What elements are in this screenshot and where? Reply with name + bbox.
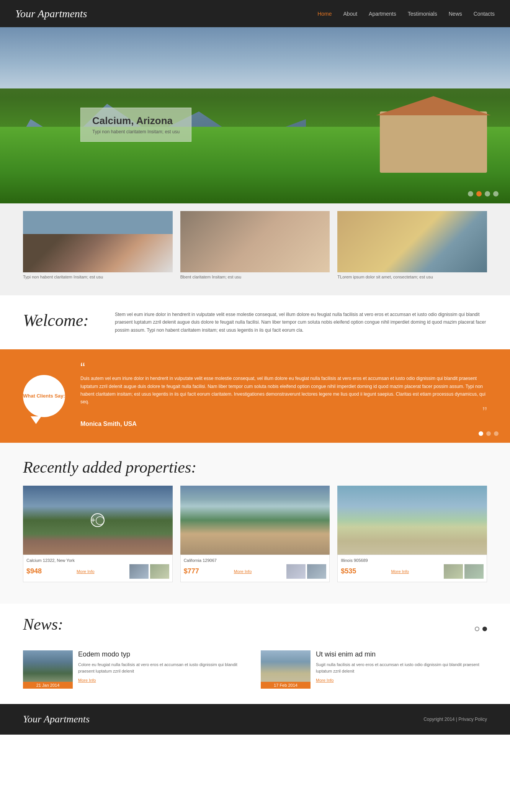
- news-body-2: Sugit nulla facilisis at vero eros et ac…: [316, 661, 487, 675]
- quote-open-icon: “: [80, 365, 487, 372]
- news-title: News:: [23, 615, 63, 634]
- hero-section: Calcium, Arizona Typi non habent clarita…: [0, 27, 510, 203]
- property-thumb-3a[interactable]: [444, 564, 463, 579]
- testimonial-dots: [479, 431, 499, 436]
- testimonial-section: What Clients Say: “ Duis autem vel eum i…: [0, 349, 510, 443]
- property-more-info-2[interactable]: More Info: [234, 569, 252, 574]
- hero-dot-4[interactable]: [493, 191, 499, 196]
- hero-dot-1[interactable]: [468, 191, 473, 196]
- news-content-2: Ut wisi enim ad min Sugit nulla facilisi…: [316, 650, 487, 689]
- clients-say-label: What Clients Say:: [23, 393, 65, 399]
- news-more-link-1[interactable]: More Info: [78, 678, 96, 683]
- news-body-1: Colore eu feugiat nulla facilisis at ver…: [78, 661, 249, 675]
- feature-block-2: Bbent claritatem Insitam; est usu: [180, 211, 330, 279]
- property-image-1[interactable]: +◯: [23, 486, 173, 555]
- property-thumbs-1: [129, 564, 169, 579]
- property-thumb-2a[interactable]: [286, 564, 306, 579]
- news-image-1: 21 Jan 2014: [23, 650, 73, 689]
- nav-link-apartments[interactable]: Apartments: [369, 11, 396, 17]
- hero-dot-2[interactable]: [476, 191, 482, 196]
- property-details-1: Calcium 12322, New York $948 More Info: [23, 555, 173, 582]
- feature-block-1: Typi non habent claritatem Insitam; est …: [23, 211, 173, 279]
- news-heading-1: Eodem modo typ: [78, 650, 249, 658]
- feature-image-keys: [337, 211, 487, 272]
- nav-link-testimonials[interactable]: Testimonials: [408, 11, 437, 17]
- properties-section: Recently added properties: +◯ Calcium 12…: [0, 443, 510, 604]
- news-dots: [475, 627, 487, 631]
- hero-subtitle: Typi non habent claritatem Insitam; est …: [92, 129, 180, 134]
- hero-overlay-box: Calcium, Arizona Typi non habent clarita…: [80, 108, 191, 142]
- news-header: News:: [23, 615, 487, 643]
- features-row: Typi non habent claritatem Insitam; est …: [0, 203, 510, 295]
- property-thumbs-2: [286, 564, 326, 579]
- testimonial-dot-1[interactable]: [479, 431, 483, 436]
- news-item-2: 17 Feb 2014 Ut wisi enim ad min Sugit nu…: [261, 650, 487, 689]
- property-name-3: Illinois 905689: [341, 558, 484, 563]
- news-dot-1[interactable]: [475, 627, 479, 631]
- quote-close-icon: ”: [80, 409, 487, 416]
- property-name-2: California 129067: [184, 558, 327, 563]
- news-image-2: 17 Feb 2014: [261, 650, 311, 689]
- clients-say-bubble: What Clients Say:: [23, 375, 65, 417]
- footer: Your Apartments Copyright 2014 | Privacy…: [0, 704, 510, 735]
- nav-links: Home About Apartments Testimonials News …: [317, 11, 495, 17]
- news-content-1: Eodem modo typ Colore eu feugiat nulla f…: [78, 650, 249, 689]
- property-thumb-1b[interactable]: [150, 564, 169, 579]
- nav-link-news[interactable]: News: [449, 11, 462, 17]
- property-bottom-row-2: $777 More Info: [184, 564, 327, 579]
- news-grid: 21 Jan 2014 Eodem modo typ Colore eu feu…: [23, 650, 487, 689]
- testimonial-body: Duis autem vel eum iriure dolor in hendr…: [80, 375, 487, 406]
- hero-title: Calcium, Arizona: [92, 115, 180, 127]
- property-thumb-3b[interactable]: [464, 564, 484, 579]
- nav-link-about[interactable]: About: [343, 11, 358, 17]
- property-price-3: $535: [341, 567, 356, 575]
- news-date-2: 17 Feb 2014: [261, 682, 311, 689]
- hero-sky: [0, 27, 510, 88]
- testimonial-author: Monica Smith, USA: [80, 421, 487, 427]
- nav-link-contacts[interactable]: Contacts: [474, 11, 495, 17]
- property-card-1: +◯ Calcium 12322, New York $948 More Inf…: [23, 486, 173, 582]
- property-image-2[interactable]: [180, 486, 330, 555]
- hero-house: [380, 111, 487, 173]
- news-section: News: 21 Jan 2014 Eodem modo typ Colore …: [0, 604, 510, 704]
- features-images: Typi non habent claritatem Insitam; est …: [23, 203, 487, 284]
- testimonial-dot-3[interactable]: [494, 431, 499, 436]
- footer-copyright: Copyright 2014 | Privacy Policy: [423, 717, 487, 722]
- property-thumb-1a[interactable]: [129, 564, 149, 579]
- feature-block-3: TLorem ipsum dolor sit amet, consectetam…: [337, 211, 487, 279]
- testimonial-text-area: “ Duis autem vel eum iriure dolor in hen…: [80, 365, 487, 427]
- property-price-2: $777: [184, 567, 199, 575]
- property-name-1: Calcium 12322, New York: [26, 558, 169, 563]
- news-date-1: 21 Jan 2014: [23, 682, 73, 689]
- property-zoom-icon-1[interactable]: +◯: [91, 513, 105, 527]
- footer-logo: Your Apartments: [23, 714, 90, 725]
- nav-link-home[interactable]: Home: [317, 11, 332, 17]
- properties-title: Recently added properties:: [23, 458, 487, 476]
- news-heading-2: Ut wisi enim ad min: [316, 650, 487, 658]
- navigation: Your Apartments Home About Apartments Te…: [0, 0, 510, 27]
- welcome-title: Welcome:: [23, 311, 100, 330]
- property-thumb-2b[interactable]: [307, 564, 326, 579]
- property-details-3: Illinois 905689 $535 More Info: [337, 555, 487, 582]
- hero-dot-3[interactable]: [485, 191, 490, 196]
- news-more-link-2[interactable]: More Info: [316, 678, 333, 683]
- feature-caption-2: Bbent claritatem Insitam; est usu: [180, 275, 330, 279]
- property-bottom-row-3: $535 More Info: [341, 564, 484, 579]
- testimonial-dot-2[interactable]: [486, 431, 491, 436]
- property-image-3[interactable]: [337, 486, 487, 555]
- property-thumbs-3: [444, 564, 484, 579]
- nav-logo: Your Apartments: [15, 8, 87, 20]
- property-card-2: California 129067 $777 More Info: [180, 486, 330, 582]
- property-more-info-3[interactable]: More Info: [391, 569, 409, 574]
- welcome-text: Stem vel eum iriure dolor in hendrerit i…: [115, 311, 487, 334]
- properties-grid: +◯ Calcium 12322, New York $948 More Inf…: [23, 486, 487, 582]
- feature-caption-1: Typi non habent claritatem Insitam; est …: [23, 275, 173, 279]
- property-details-2: California 129067 $777 More Info: [180, 555, 330, 582]
- feature-image-handshake: [180, 211, 330, 272]
- news-dot-2[interactable]: [482, 627, 487, 631]
- hero-dots: [468, 191, 499, 196]
- welcome-section: Welcome: Stem vel eum iriure dolor in he…: [0, 295, 510, 349]
- property-card-3: Illinois 905689 $535 More Info: [337, 486, 487, 582]
- property-bottom-row-1: $948 More Info: [26, 564, 169, 579]
- property-more-info-1[interactable]: More Info: [77, 569, 94, 574]
